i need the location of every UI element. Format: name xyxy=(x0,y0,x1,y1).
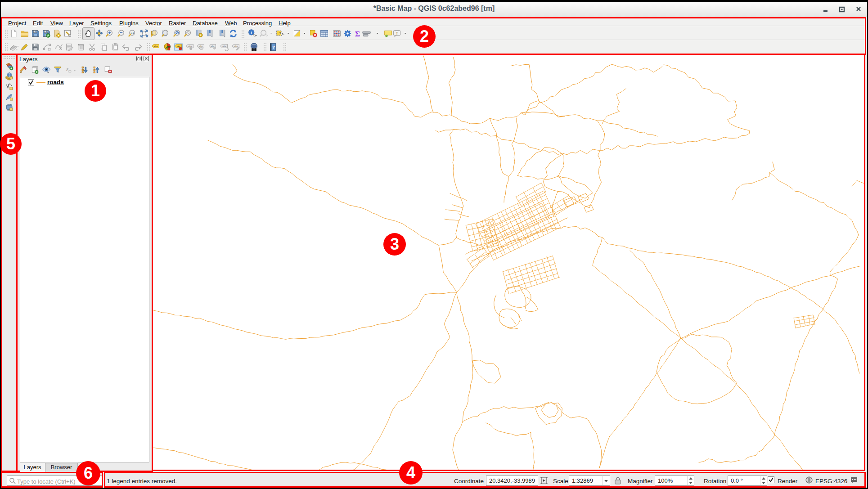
svg-text:Σ: Σ xyxy=(355,29,360,38)
svg-text:abc: abc xyxy=(222,45,227,48)
svg-text:ε: ε xyxy=(66,67,68,72)
svg-text:1:1: 1:1 xyxy=(130,31,134,34)
svg-text:T: T xyxy=(396,31,398,36)
svg-text:abc: abc xyxy=(199,45,203,48)
svg-text:abc: abc xyxy=(188,45,193,48)
svg-text:abc: abc xyxy=(154,45,158,48)
svg-text:abc: abc xyxy=(234,45,238,48)
svg-text:ab: ab xyxy=(177,45,180,48)
svg-text:?: ? xyxy=(272,45,275,49)
